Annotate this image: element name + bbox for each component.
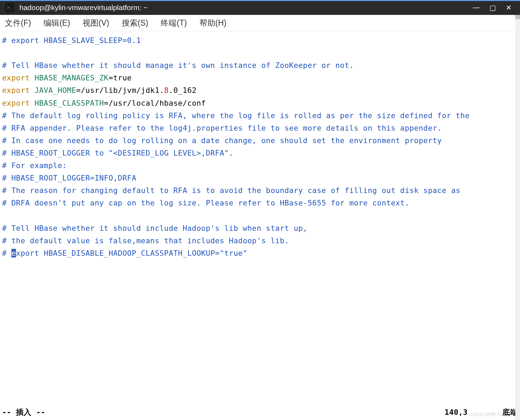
title-bar: >_ hadoop@kylin-vmwarevirtualplatform: ~… <box>0 0 520 15</box>
minimize-icon[interactable]: — <box>473 3 480 12</box>
code-line: # DRFA doesn't put any cap on the log si… <box>2 199 409 207</box>
code-line: # The default log rolling policy is RFA,… <box>2 111 470 120</box>
code-line: # Tell HBase whether it should include H… <box>2 224 308 233</box>
window-controls: — ▢ ✕ <box>473 3 517 12</box>
code-line: # the default value is false,means that … <box>2 236 289 245</box>
code-line: # HBASE_ROOT_LOGGER=INFO,DRFA <box>2 174 136 182</box>
status-bar: -- 插入 -- 140,3 底端 <box>0 406 520 420</box>
menu-file[interactable]: 文件(F) <box>3 17 33 29</box>
scrollbar-track[interactable] <box>515 15 520 420</box>
code-line: # In case one needs to do log rolling on… <box>2 136 442 145</box>
code-text: =/usr/lib/jvm/jdk1. <box>76 86 164 95</box>
code-keyword: export <box>2 86 30 95</box>
menu-edit[interactable]: 编辑(E) <box>41 17 72 29</box>
code-line: # RFA appender. Please refer to the log4… <box>2 124 442 132</box>
window-top-border <box>0 0 520 1</box>
editor-content[interactable]: # export HBASE_SLAVE_SLEEP=0.1 # Tell HB… <box>0 32 520 406</box>
code-text: # <box>2 249 11 257</box>
cursor: e <box>11 249 16 257</box>
code-line: # export HBASE_SLAVE_SLEEP=0.1 <box>2 36 141 45</box>
code-line: # The reason for changing default to RFA… <box>2 186 460 195</box>
menu-view[interactable]: 视图(V) <box>80 17 111 29</box>
code-keyword: export <box>2 99 30 107</box>
code-var: HBASE_CLASSPATH <box>30 99 104 107</box>
window-title: hadoop@kylin-vmwarevirtualplatform: ~ <box>19 3 473 12</box>
watermark: CSDN @哗卡啦哇咔 <box>469 411 517 418</box>
code-line: # Tell HBase whether it should manage it… <box>2 61 354 70</box>
scrollbar-thumb[interactable] <box>515 15 520 19</box>
code-var: HBASE_MANAGES_ZK <box>30 73 109 82</box>
maximize-icon[interactable]: ▢ <box>489 3 496 12</box>
close-icon[interactable]: ✕ <box>506 3 512 12</box>
menu-search[interactable]: 搜索(S) <box>120 17 151 29</box>
code-text: xport HBASE_DISABLE_HADOOP_CLASSPATH_LOO… <box>16 249 247 257</box>
code-line: # HBASE_ROOT_LOGGER to "<DESIRED_LOG LEV… <box>2 149 233 157</box>
vim-mode: -- 插入 -- <box>2 407 45 417</box>
code-var: JAVA_HOME <box>30 86 76 95</box>
terminal-icon: >_ <box>5 3 15 12</box>
cursor-position: 140,3 <box>444 408 468 417</box>
code-text: =true <box>109 73 132 82</box>
code-line: # For example: <box>2 161 67 170</box>
code-num: 8 <box>164 86 169 95</box>
menu-bar: 文件(F) 编辑(E) 视图(V) 搜索(S) 终端(T) 帮助(H) <box>0 15 520 32</box>
code-keyword: export <box>2 73 30 82</box>
code-text: =/usr/local/hbase/conf <box>104 99 206 107</box>
menu-help[interactable]: 帮助(H) <box>197 17 229 29</box>
code-text: .0_162 <box>169 86 196 95</box>
menu-terminal[interactable]: 终端(T) <box>159 17 189 29</box>
